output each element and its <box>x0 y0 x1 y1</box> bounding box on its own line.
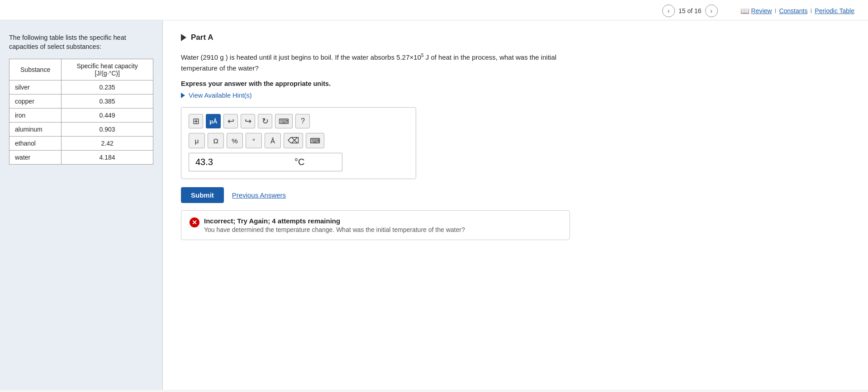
mu-angstrom-button[interactable]: μÅ <box>206 114 221 128</box>
incorrect-content: Incorrect; Try Again; 4 attempts remaini… <box>204 217 465 233</box>
incorrect-icon: ✕ <box>190 217 199 227</box>
col-substance-header: Substance <box>9 59 62 80</box>
main-layout: The following table lists the specific h… <box>0 20 868 390</box>
substance-name: water <box>9 150 62 164</box>
review-link[interactable]: Review <box>751 7 772 14</box>
substance-table: Substance Specific heat capacity[J/(g·°C… <box>9 59 153 165</box>
sep2: I <box>810 7 812 14</box>
substance-value: 4.184 <box>62 150 153 164</box>
col-heat-header: Specific heat capacity[J/(g·°C)] <box>62 59 153 80</box>
express-text: Express your answer with the appropriate… <box>181 80 850 87</box>
table-row: silver0.235 <box>9 80 153 94</box>
angstrom-button[interactable]: Å <box>265 133 281 148</box>
constants-link[interactable]: Constants <box>779 7 807 14</box>
submit-button[interactable]: Submit <box>181 187 224 203</box>
substance-name: silver <box>9 80 62 94</box>
answer-input-row: °C <box>189 153 408 171</box>
redo-button[interactable]: ↪ <box>241 114 255 128</box>
answer-box: ⊞ μÅ ↩ ↪ ↻ ⌨ ? μ Ω % ° Å ⌫ ⌨ °C <box>181 107 416 179</box>
refresh-button[interactable]: ↻ <box>258 114 272 128</box>
book-icon: 📖 <box>740 7 749 15</box>
keyboard-button[interactable]: ⌨ <box>275 114 293 128</box>
substance-name: ethanol <box>9 136 62 150</box>
nav-arrows: ‹ 15 of 16 › <box>662 5 718 17</box>
degree-button[interactable]: ° <box>246 133 262 148</box>
previous-answers-link[interactable]: Previous Answers <box>232 191 286 199</box>
left-panel: The following table lists the specific h… <box>0 20 163 390</box>
mu-button[interactable]: μ <box>189 133 205 148</box>
next-page-button[interactable]: › <box>705 5 718 17</box>
right-panel: Part A Water (2910 g ) is heated until i… <box>163 20 868 390</box>
symbol-row: μ Ω % ° Å ⌫ ⌨ <box>189 133 408 148</box>
page-indicator: 15 of 16 <box>678 7 702 14</box>
toolbar-row: ⊞ μÅ ↩ ↪ ↻ ⌨ ? <box>189 114 408 128</box>
substance-name: copper <box>9 94 62 108</box>
keypad2-button[interactable]: ⌨ <box>306 133 324 148</box>
substance-value: 0.235 <box>62 80 153 94</box>
percent-button[interactable]: % <box>227 133 243 148</box>
hint-triangle-icon <box>181 93 185 98</box>
table-row: ethanol2.42 <box>9 136 153 150</box>
omega-button[interactable]: Ω <box>208 133 224 148</box>
part-label: Part A <box>191 33 213 42</box>
hint-text[interactable]: View Available Hint(s) <box>189 92 252 99</box>
incorrect-row: ✕ Incorrect; Try Again; 4 attempts remai… <box>190 217 561 233</box>
table-row: aluminum0.903 <box>9 122 153 136</box>
left-panel-intro: The following table lists the specific h… <box>9 33 153 52</box>
periodic-table-link[interactable]: Periodic Table <box>815 7 854 14</box>
table-row: water4.184 <box>9 150 153 164</box>
top-links: 📖 Review I Constants I Periodic Table <box>740 7 854 15</box>
substance-name: iron <box>9 108 62 122</box>
part-triangle-icon <box>181 34 186 41</box>
grid-icon-button[interactable]: ⊞ <box>189 114 203 128</box>
undo-button[interactable]: ↩ <box>223 114 238 128</box>
incorrect-box: ✕ Incorrect; Try Again; 4 attempts remai… <box>181 210 570 240</box>
substance-value: 0.385 <box>62 94 153 108</box>
prev-page-button[interactable]: ‹ <box>662 5 675 17</box>
answer-unit: °C <box>288 153 342 171</box>
answer-input[interactable] <box>189 153 288 171</box>
sep1: I <box>774 7 776 14</box>
incorrect-label: Incorrect; Try Again; 4 attempts remaini… <box>204 217 465 225</box>
help-button[interactable]: ? <box>295 114 310 128</box>
part-header: Part A <box>181 33 850 42</box>
incorrect-subtext: You have determined the temperature chan… <box>204 226 465 233</box>
question-text: Water (2910 g ) is heated until it just … <box>181 52 570 74</box>
table-row: iron0.449 <box>9 108 153 122</box>
substance-value: 0.903 <box>62 122 153 136</box>
backspace-button[interactable]: ⌫ <box>284 133 303 148</box>
substance-value: 0.449 <box>62 108 153 122</box>
submit-row: Submit Previous Answers <box>181 187 850 203</box>
hint-row[interactable]: View Available Hint(s) <box>181 92 850 99</box>
table-row: copper0.385 <box>9 94 153 108</box>
substance-value: 2.42 <box>62 136 153 150</box>
top-bar: ‹ 15 of 16 › 📖 Review I Constants I Peri… <box>0 0 868 20</box>
substance-name: aluminum <box>9 122 62 136</box>
